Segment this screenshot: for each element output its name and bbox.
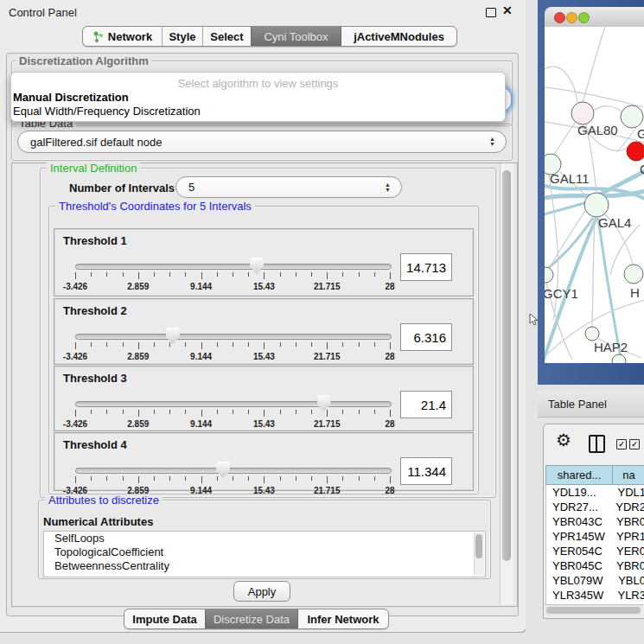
- table-row[interactable]: YDR27...YDR2: [546, 500, 644, 514]
- tick-label: 28: [385, 352, 394, 361]
- tab-discretize-data[interactable]: Discretize Data: [205, 609, 298, 628]
- gear-icon[interactable]: ⚙: [556, 431, 571, 449]
- tab-impute-data[interactable]: Impute Data: [124, 609, 205, 628]
- screen: Control Panel ✕ Network Style Select Cyn: [0, 0, 644, 644]
- threshold-value-field[interactable]: 11.344: [400, 457, 452, 485]
- tab-select[interactable]: Select: [202, 27, 251, 46]
- table-row[interactable]: YLR345WYLR3: [546, 588, 644, 603]
- vertical-scrollbar[interactable]: [500, 163, 513, 604]
- apply-button[interactable]: Apply: [233, 581, 290, 602]
- node-gal4[interactable]: [584, 193, 609, 217]
- slider-track[interactable]: [75, 264, 392, 270]
- list-scrollbar-thumb[interactable]: [475, 534, 482, 558]
- horizontal-scrollbar-thumb[interactable]: [546, 607, 641, 614]
- attribute-list-item[interactable]: TopologicalCoefficient: [44, 545, 485, 559]
- list-scrollbar[interactable]: [474, 532, 484, 576]
- algorithm-dropdown-popup: Select algorithm to view settings Manual…: [10, 72, 506, 122]
- network-canvas[interactable]: GAL80 GA C GAL11 GAL4 GCY1 H HAP2: [545, 27, 644, 363]
- tick-mark: [106, 410, 107, 414]
- attribute-list-item[interactable]: BetweennessCentrality: [44, 559, 485, 573]
- network-window-titlebar[interactable]: [545, 7, 644, 28]
- column-header-name[interactable]: na: [612, 465, 644, 485]
- table-row[interactable]: YBR045CYBR0: [546, 558, 644, 573]
- threshold-value-field[interactable]: 6.316: [400, 323, 452, 351]
- tab-jactivemnodules[interactable]: jActiveMNodules: [341, 27, 456, 46]
- minimize-traffic-light[interactable]: [566, 12, 577, 23]
- node-h[interactable]: [624, 265, 643, 284]
- label-h: H: [630, 285, 640, 300]
- tick-mark: [264, 272, 265, 279]
- tick-mark: [359, 342, 360, 347]
- table-data-value: galFiltered.sif default node: [30, 136, 162, 149]
- node-red-selected[interactable]: [627, 142, 644, 161]
- tick-mark: [280, 272, 281, 277]
- tick-mark: [311, 410, 312, 414]
- slider-track[interactable]: [75, 401, 392, 407]
- tick-label: 21.715: [314, 282, 341, 291]
- table-row[interactable]: YER054CYER0: [546, 544, 644, 558]
- number-of-intervals-combobox[interactable]: 5 ▲▼: [175, 176, 402, 198]
- threshold-value-field[interactable]: 14.713: [400, 253, 452, 281]
- tab-infer-network[interactable]: Infer Network: [298, 609, 388, 628]
- table-body[interactable]: YDL19...YDL1YDR27...YDR2YBR043CYBR0YPR14…: [545, 485, 644, 604]
- threshold-slider[interactable]: -3.4262.8599.14415.4321.71528: [75, 398, 390, 430]
- select-all-checkbox-icon[interactable]: ✓: [616, 439, 627, 450]
- split-columns-icon[interactable]: [589, 435, 605, 453]
- table-panel: ⚙ ✓ ✓ shared... na YDL19...YDL1YDR27...Y…: [543, 424, 644, 619]
- combo-arrows-icon: ▲▼: [385, 182, 391, 193]
- tick-mark: [248, 410, 249, 414]
- slider-track[interactable]: [75, 468, 392, 474]
- tick-mark: [185, 476, 186, 481]
- float-window-icon[interactable]: [486, 8, 496, 17]
- menu-item-equal-width-frequency[interactable]: Equal Width/Frequency Discretization: [13, 105, 201, 118]
- number-of-intervals-label: Number of Intervals: [69, 182, 175, 194]
- threshold-slider[interactable]: -3.4262.8599.14415.4321.71528: [75, 464, 390, 497]
- label-gal4: GAL4: [598, 215, 631, 230]
- node-partial[interactable]: [612, 354, 626, 363]
- tick-mark: [75, 410, 76, 417]
- close-icon[interactable]: ✕: [502, 3, 513, 17]
- tick-mark: [217, 476, 218, 481]
- tick-mark: [75, 272, 76, 279]
- tab-style[interactable]: Style: [162, 27, 202, 46]
- table-data-combobox[interactable]: galFiltered.sif default node ▲▼: [17, 131, 507, 153]
- tick-mark: [154, 410, 155, 414]
- column-header-shared-name[interactable]: shared...: [545, 465, 612, 485]
- table-row[interactable]: YBL079WYBL0: [546, 573, 644, 588]
- vertical-scrollbar-thumb[interactable]: [502, 170, 511, 561]
- tick-mark: [123, 342, 124, 347]
- table-row[interactable]: YDL19...YDL1: [546, 485, 644, 500]
- tick-mark: [264, 342, 265, 349]
- menu-item-manual-discretization[interactable]: Manual Discretization: [13, 91, 129, 104]
- tick-mark: [185, 272, 186, 277]
- threshold-slider[interactable]: -3.4262.8599.14415.4321.71528: [75, 330, 390, 363]
- threshold-slider[interactable]: -3.4262.8599.14415.4321.71528: [75, 260, 390, 293]
- numerical-attributes-list[interactable]: SelfLoopsTopologicalCoefficientBetweenne…: [43, 531, 486, 577]
- tick-label: 21.715: [314, 352, 341, 361]
- tick-mark: [106, 476, 107, 481]
- tick-mark: [374, 272, 375, 277]
- tick-label: 21.715: [314, 486, 341, 495]
- select-none-checkbox-icon[interactable]: ✓: [629, 439, 640, 450]
- horizontal-scrollbar[interactable]: [545, 604, 643, 616]
- node-gcy1[interactable]: [545, 267, 553, 283]
- node-hap2[interactable]: [585, 327, 599, 341]
- slider-track[interactable]: [75, 334, 392, 340]
- tick-mark: [201, 272, 202, 279]
- threshold-panel: Threshold 2-3.4262.8599.14415.4321.71528…: [54, 298, 474, 365]
- table-row[interactable]: YPR145WYPR1: [546, 529, 644, 544]
- node-ga[interactable]: [621, 105, 643, 128]
- threshold-panel: Threshold 1-3.4262.8599.14415.4321.71528…: [54, 228, 474, 296]
- threshold-value-field[interactable]: 21.4: [400, 391, 452, 418]
- zoom-traffic-light[interactable]: [578, 12, 590, 23]
- tab-cyni-toolbox[interactable]: Cyni Toolbox: [251, 27, 341, 46]
- table-row[interactable]: YBR043CYBR0: [546, 514, 644, 529]
- algorithm-placeholder-item[interactable]: Select algorithm to view settings: [11, 77, 505, 90]
- tick-mark: [185, 410, 186, 414]
- tab-network[interactable]: Network: [83, 27, 162, 46]
- node-gal80[interactable]: [571, 102, 594, 124]
- tick-mark: [201, 342, 202, 349]
- tick-mark: [154, 342, 155, 347]
- close-traffic-light[interactable]: [554, 12, 565, 23]
- attribute-list-item[interactable]: SelfLoops: [44, 532, 485, 545]
